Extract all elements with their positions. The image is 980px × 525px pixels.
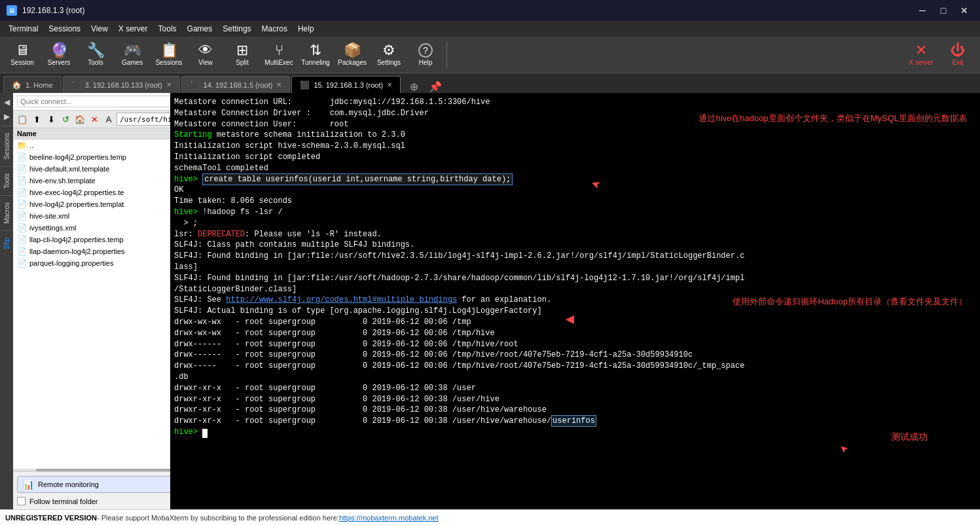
toolbar-servers-label: Servers xyxy=(48,59,70,66)
close-button[interactable]: ✕ xyxy=(955,3,973,18)
title-bar-controls: ─ □ ✕ xyxy=(913,3,973,18)
toolbar-tunneling-button[interactable]: ⇅ Tunneling xyxy=(299,39,333,71)
menu-view[interactable]: View xyxy=(86,21,113,37)
toolbar-settings-button[interactable]: ⚙ Settings xyxy=(372,39,406,71)
file-upload-button[interactable]: ⬆ xyxy=(30,113,43,126)
sessions-tab[interactable]: Sessions xyxy=(2,129,12,164)
tab-3-label: 3. 192.168.10.133 (root) xyxy=(85,81,162,89)
tab-14[interactable]: ⬛ 14. 192.168.1.5 (root) ✕ xyxy=(181,76,291,93)
file-icon: 📄 xyxy=(17,247,27,256)
toolbar-sessions-button[interactable]: 📋 Sessions xyxy=(152,39,186,71)
terminal-content: Metastore connection URL: jdbc:mysql://1… xyxy=(174,97,976,438)
follow-folder-checkbox[interactable] xyxy=(17,497,26,505)
tab14-close-icon[interactable]: ✕ xyxy=(276,81,281,88)
annotation-3: 测试成功 xyxy=(891,431,928,444)
macros-tab[interactable]: Macros xyxy=(2,198,12,228)
tab-15[interactable]: ⬛ 15. 192.168.1.3 (root) ✕ xyxy=(291,76,401,93)
toolbar-xserver-label: X server xyxy=(909,59,933,66)
file-name: ivysettings.xml xyxy=(29,224,77,232)
menu-tools[interactable]: Tools xyxy=(153,21,182,37)
servers-icon: 🔮 xyxy=(50,43,68,58)
menu-sessions[interactable]: Sessions xyxy=(43,21,86,37)
main-layout: ◀ ▶ Sessions Tools Macros Sftp 📋 xyxy=(0,93,980,509)
toolbar-servers-button[interactable]: 🔮 Servers xyxy=(42,39,76,71)
file-name: hive-exec-log4j2.properties.te xyxy=(29,189,124,196)
file-icon: 📄 xyxy=(17,153,27,162)
menu-settings[interactable]: Settings xyxy=(217,21,256,37)
annotation-2: 使用外部命令递归循环Hadoop所有目录（查看文件夹及文件） xyxy=(733,296,967,308)
file-name: llap-daemon-log4j2.properties xyxy=(29,247,125,255)
toolbar-games-button[interactable]: 🎮 Games xyxy=(115,39,149,71)
toolbar-xserver-button[interactable]: ✕ X server xyxy=(904,39,938,71)
toolbar-exit-button[interactable]: ⏻ Exit xyxy=(941,39,975,71)
tab-14-label: 14. 192.168.1.5 (root) xyxy=(204,81,273,89)
file-icon: 📄 xyxy=(17,235,27,244)
tab-pin-button[interactable]: 📌 xyxy=(424,81,447,93)
maximize-button[interactable]: □ xyxy=(934,3,953,18)
split-icon: ⊞ xyxy=(236,43,248,58)
file-icon: 📄 xyxy=(17,211,27,221)
file-name: .. xyxy=(29,141,33,149)
home-icon: 🏠 xyxy=(12,81,22,90)
menu-xserver[interactable]: X server xyxy=(113,21,153,37)
session-icon: 🖥 xyxy=(15,43,29,58)
sessions-icon: 📋 xyxy=(160,43,178,58)
file-download-button[interactable]: ⬇ xyxy=(45,113,58,126)
toolbar-session-button[interactable]: 🖥 Session xyxy=(5,39,39,71)
tab-add-button[interactable]: ⊕ xyxy=(405,81,424,93)
settings-icon: ⚙ xyxy=(382,43,395,58)
help-icon: ? xyxy=(418,43,433,58)
view-icon: 👁 xyxy=(198,43,213,58)
terminal-wrapper: 通过hive在hadoop里面创个文件夹，类似于在MySQL里面创的元数据表 M… xyxy=(170,93,980,509)
file-icon: 📄 xyxy=(17,188,27,197)
toolbar-split-button[interactable]: ⊞ Split xyxy=(225,39,259,71)
monitor-icon: 📊 xyxy=(23,479,34,490)
file-icon: 📄 xyxy=(17,176,27,185)
menu-games[interactable]: Games xyxy=(182,21,218,37)
toolbar-view-label: View xyxy=(198,59,213,66)
tools-icon: 🔧 xyxy=(87,43,105,58)
file-home-button[interactable]: 🏠 xyxy=(73,113,86,126)
menu-macros[interactable]: Macros xyxy=(257,21,293,37)
file-refresh-button[interactable]: ↺ xyxy=(59,113,72,126)
tab15-close-icon[interactable]: ✕ xyxy=(387,81,392,88)
file-new-button[interactable]: 📋 xyxy=(16,113,29,126)
tools-tab[interactable]: Tools xyxy=(2,170,12,192)
menu-bar: Terminal Sessions View X server Tools Ga… xyxy=(0,21,980,37)
toolbar-view-button[interactable]: 👁 View xyxy=(189,39,223,71)
toolbar-help-button[interactable]: ? Help xyxy=(408,39,443,71)
status-bar: UNREGISTERED VERSION - Please support Mo… xyxy=(0,509,980,525)
tab3-icon: ⬛ xyxy=(71,81,81,90)
annotation-1: 通过hive在hadoop里面创个文件夹，类似于在MySQL里面创的元数据表 xyxy=(699,113,967,124)
nav-arrow-left[interactable]: ◀ xyxy=(0,96,13,109)
menu-help[interactable]: Help xyxy=(293,21,319,37)
terminal-area[interactable]: 通过hive在hadoop里面创个文件夹，类似于在MySQL里面创的元数据表 M… xyxy=(170,93,980,509)
toolbar-multiexec-button[interactable]: ⑂ MultiExec xyxy=(262,39,296,71)
exit-icon: ⏻ xyxy=(951,43,965,58)
nav-arrow-right[interactable]: ▶ xyxy=(0,110,13,123)
status-link[interactable]: https://mobaxterm.mobatek.net xyxy=(339,514,439,522)
file-name: hive-default.xml.template xyxy=(29,165,109,173)
minimize-button[interactable]: ─ xyxy=(913,3,932,18)
unregistered-text: UNREGISTERED VERSION xyxy=(5,514,97,522)
folder-icon: 📁 xyxy=(17,141,27,150)
file-icon: 📄 xyxy=(17,259,27,268)
tab-3[interactable]: ⬛ 3. 192.168.10.133 (root) ✕ xyxy=(63,76,180,93)
tab14-icon: ⬛ xyxy=(190,81,200,90)
sftp-tab[interactable]: Sftp xyxy=(2,234,12,253)
tab3-close-icon[interactable]: ✕ xyxy=(166,81,172,88)
tab-home[interactable]: 🏠 1. Home xyxy=(3,76,62,93)
toolbar-tools-button[interactable]: 🔧 Tools xyxy=(79,39,113,71)
tab-home-label: 1. Home xyxy=(26,81,53,89)
toolbar-tools-label: Tools xyxy=(88,59,103,66)
file-text-button[interactable]: A xyxy=(102,113,115,126)
file-name: hive-env.sh.template xyxy=(29,177,96,185)
file-name: llap-cli-log4j2.properties.temp xyxy=(29,236,124,244)
menu-terminal[interactable]: Terminal xyxy=(3,21,43,37)
tunneling-icon: ⇅ xyxy=(310,43,321,58)
packages-icon: 📦 xyxy=(344,43,361,58)
toolbar-settings-label: Settings xyxy=(377,59,401,66)
file-delete-button[interactable]: ✕ xyxy=(88,113,101,126)
toolbar-sessions-label: Sessions xyxy=(156,59,183,66)
toolbar-packages-button[interactable]: 📦 Packages xyxy=(335,39,369,71)
